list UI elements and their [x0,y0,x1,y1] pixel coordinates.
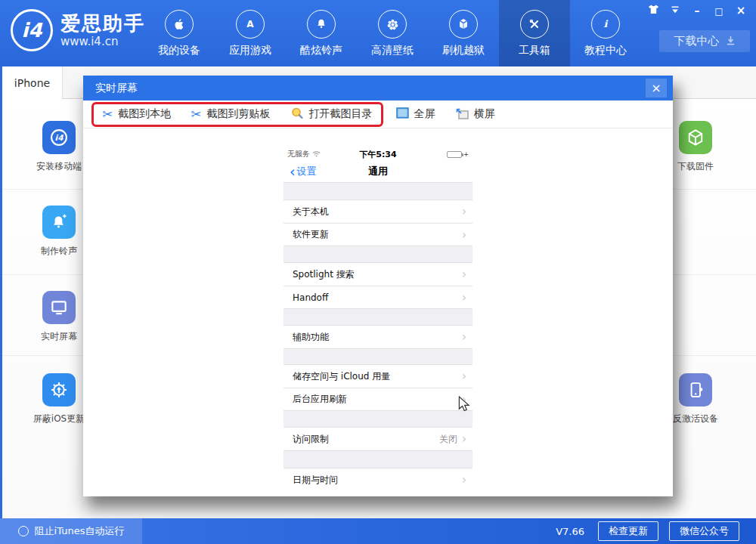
settings-row-value: 关闭 [439,433,457,446]
phone-status-bar: 无服务 下午5:34 + [284,147,472,161]
chevron-right-icon: › [462,228,466,242]
nav-item-刷机越狱[interactable]: 刷机越狱 [428,0,499,66]
status-time: 下午5:34 [342,149,414,160]
phone-live-screen: 无服务 下午5:34 + ‹设置 通用 关于本机›软件更新›Spotlight … [284,147,472,495]
settings-row-辅助功能[interactable]: 辅助功能› [284,326,472,348]
nav-item-label: 我的设备 [158,44,200,57]
version-label: V7.66 [556,526,584,537]
nav-item-label: 高清壁纸 [371,44,414,57]
check-update-button[interactable]: 检查更新 [598,521,658,541]
chevron-right-icon: › [462,393,466,406]
chevron-right-icon: › [462,330,466,344]
list-group-gap [284,246,472,263]
window-maximize-button[interactable]: □ [711,4,727,17]
toolbar-button-label: 打开截图目录 [309,107,373,121]
battery-icon [447,151,462,158]
status-bar: 阻止iTunes自动运行 V7.66 检查更新 微信公众号 [0,518,756,544]
dialog-title: 实时屏幕 [95,82,138,95]
settings-row-label: 访问限制 [293,433,439,446]
tab-iphone[interactable]: iPhone [2,66,63,99]
chevron-right-icon: › [462,473,466,487]
list-group-gap [284,410,472,428]
nav-item-高清壁纸[interactable]: 高清壁纸 [357,0,428,66]
nav-item-label: 教程中心 [584,44,627,57]
maximize-icon: □ [714,5,723,17]
chevron-right-icon: › [462,267,466,281]
svg-text:i: i [604,18,609,29]
back-label: 设置 [297,165,317,178]
fullscreen-icon [396,107,409,121]
nav-item-label: 应用游戏 [229,44,271,57]
download-icon [726,35,736,48]
window-skin-button[interactable] [646,4,661,17]
skin-icon [648,5,659,17]
back-chevron-icon: ‹ [290,167,296,177]
window-controls: –□× [646,4,748,17]
i4-app-icon: i4 [42,121,76,154]
nav-item-label: 刷机越狱 [442,44,485,57]
firmware-cube-icon [679,121,712,154]
toolbar-button-截图到本地[interactable]: ✂截图到本地 [102,107,171,121]
settings-row-后台应用刷新[interactable]: 后台应用刷新› [284,388,472,410]
window-left-border [0,66,2,518]
settings-row-储存空间与 iCloud 用量[interactable]: 储存空间与 iCloud 用量› [284,365,472,388]
wechat-official-button[interactable]: 微信公众号 [669,521,739,541]
toolbar-button-label: 全屏 [414,107,435,121]
device-deactivate-icon [679,373,712,406]
toolbar-button-label: 截图到本地 [118,107,171,121]
settings-row-关于本机[interactable]: 关于本机› [284,200,472,223]
settings-row-label: Handoff [293,292,462,303]
flower-icon [378,10,407,39]
nav-item-label: 酷炫铃声 [300,44,342,57]
bell-plus-icon [42,206,76,239]
svg-text:A: A [246,19,254,29]
chevron-right-icon: › [462,369,466,383]
download-center-button[interactable]: 下载中心 [659,30,750,52]
charging-icon: + [463,151,469,158]
chevron-right-icon: › [462,205,466,218]
chevron-right-icon: › [462,291,466,304]
nav-item-我的设备[interactable]: 我的设备 [144,0,215,66]
landscape-icon [455,107,469,122]
app-title: 爱思助手 [60,12,145,35]
nav-item-工具箱[interactable]: 工具箱 [499,0,570,66]
nav-item-label: 工具箱 [519,44,550,57]
list-group-gap [284,450,472,468]
jailbreak-box-icon [449,10,478,39]
toolbar-button-打开截图目录[interactable]: 打开截图目录 [290,107,373,122]
nav-item-酷炫铃声[interactable]: 酷炫铃声 [286,0,357,66]
info-icon: i [591,10,620,39]
appstore-icon: A [236,10,265,39]
back-button[interactable]: ‹设置 [290,165,317,178]
toolbar-button-截图到剪贴板[interactable]: ✂截图到剪贴板 [191,107,270,121]
download-center-label: 下载中心 [674,34,720,48]
settings-row-软件更新[interactable]: 软件更新› [284,223,472,246]
settings-row-日期与时间[interactable]: 日期与时间› [284,468,472,491]
nav-item-应用游戏[interactable]: A应用游戏 [215,0,286,66]
close-icon: × [736,4,746,17]
window-close-button[interactable]: × [733,4,748,17]
top-nav: 我的设备A应用游戏酷炫铃声高清壁纸刷机越狱工具箱i教程中心 [144,0,641,66]
block-itunes-toggle[interactable]: 阻止iTunes自动运行 [0,518,142,544]
phone-nav-bar: ‹设置 通用 [284,161,472,182]
monitor-icon [42,291,76,324]
nav-item-教程中心[interactable]: i教程中心 [570,0,641,66]
top-bar: i4 爱思助手 www.i4.cn 我的设备A应用游戏酷炫铃声高清壁纸刷机越狱工… [0,0,756,66]
toolbar-button-横屏[interactable]: 横屏 [455,107,495,122]
toolbar-button-全屏[interactable]: 全屏 [396,107,435,121]
bell-icon [307,10,336,39]
window-menu-button[interactable] [668,4,683,17]
settings-row-Spotlight 搜索[interactable]: Spotlight 搜索› [284,263,472,286]
settings-row-label: 日期与时间 [293,474,462,487]
screenshot-buttons-highlight: ✂截图到本地✂截图到剪贴板打开截图目录 [91,102,383,127]
settings-row-访问限制[interactable]: 访问限制关闭› [284,428,472,450]
settings-row-Handoff[interactable]: Handoff› [284,286,472,308]
dialog-close-button[interactable]: × [646,79,667,97]
wifi-icon [312,150,321,159]
radio-circle-icon [18,526,29,536]
i4-logo-icon: i4 [11,9,53,51]
settings-row-label: 后台应用刷新 [293,393,462,406]
dialog-toolbar: ✂截图到本地✂截图到剪贴板打开截图目录全屏横屏 [83,100,673,128]
window-minimize-button[interactable]: – [689,4,705,17]
settings-list: 关于本机›软件更新›Spotlight 搜索›Handoff›辅助功能›储存空间… [284,182,472,491]
